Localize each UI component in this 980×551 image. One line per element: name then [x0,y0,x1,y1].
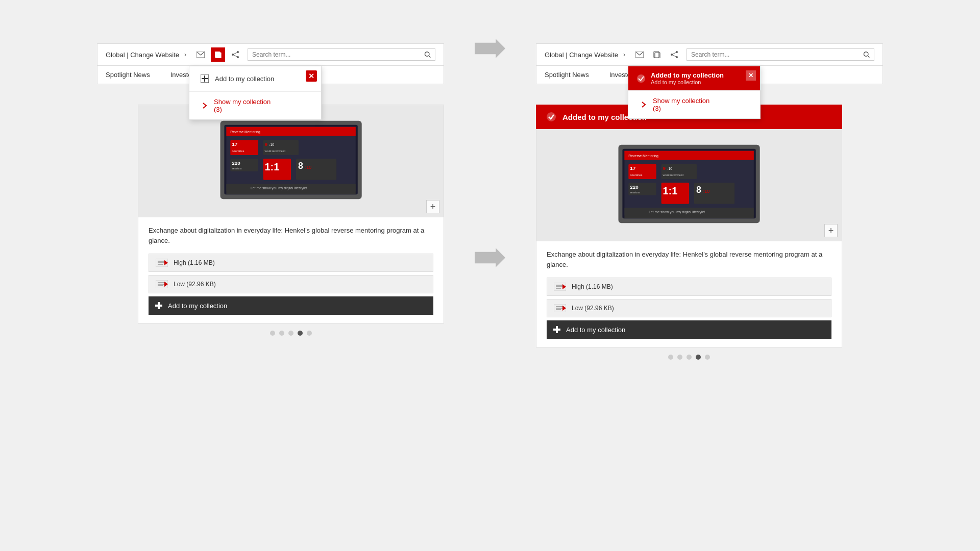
svg-text:Reverse Mentoring: Reverse Mentoring [230,130,260,134]
pagination-before [138,331,444,336]
dropdown-before: ✕ Add to my collection Show my collectio… [189,66,322,120]
download-high-label-before: High (1.16 MB) [174,259,215,266]
email-icon-after[interactable] [632,47,647,62]
download-low-btn-before[interactable]: Low (92.96 KB) [149,275,433,293]
laptop-image-before: Reverse Mentoring 17 countries 9 :10 wou… [138,105,444,217]
download-high-btn-after[interactable]: High (1.16 MB) [547,278,831,296]
nav-search-before[interactable] [248,48,435,61]
content-area: Global | Change Website › [82,33,898,518]
dot-5-after [705,355,710,360]
svg-point-60 [547,112,556,121]
card-body-before: Exchange about digitalization in everyda… [138,217,444,323]
svg-line-7 [233,55,238,57]
email-icon[interactable] [193,47,208,62]
dot-4-before [298,331,303,336]
card-scenario-before: Reverse Mentoring 17 countries 9 :10 wou… [138,105,444,336]
svg-text:1:1: 1:1 [265,161,280,172]
svg-text:17: 17 [232,141,237,147]
dot-4-after [696,355,701,360]
share-icon[interactable] [228,47,242,62]
forward-arrow-top [475,38,505,59]
add-collection-icon-before [155,302,163,310]
pagination-after [536,355,842,360]
svg-text:9: 9 [265,141,268,147]
top-row: Global | Change Website › [82,33,898,84]
media-card-before: Reverse Mentoring 17 countries 9 :10 wou… [138,105,444,323]
card-image-before: Reverse Mentoring 17 countries 9 :10 wou… [138,105,444,217]
show-collection-after[interactable]: Show my collection (3) [628,90,760,118]
svg-text:8: 8 [298,161,303,171]
card-plus-btn-after[interactable]: + [824,224,838,237]
card-body-after: Exchange about digitalization in everyda… [536,241,842,347]
card-plus-btn-before[interactable]: + [426,200,439,213]
add-sub-label-nav: Add to my collection [651,79,724,85]
svg-line-6 [233,52,238,55]
nav-search-after[interactable] [687,48,874,61]
card-image-after: Reverse Mentoring 17 countries 9 :10 wou… [536,129,842,241]
svg-line-9 [429,56,430,57]
nav-website-label-after: Global | Change Website [545,51,618,59]
svg-point-8 [425,52,429,57]
show-collection-label: Show my collection (3) [214,98,271,113]
svg-text:would recommend: would recommend [663,174,684,177]
download-low-icon [155,280,168,289]
search-input-before[interactable] [252,51,421,58]
add-to-collection-btn-after[interactable]: Add to my collection [547,320,831,339]
share-icon-after[interactable] [667,47,681,62]
download-low-btn-after[interactable]: Low (92.96 KB) [547,299,831,317]
download-low-label-before: Low (92.96 KB) [174,281,216,288]
svg-text:countries: countries [232,149,244,153]
add-to-collection-option[interactable]: Add to my collection [189,66,321,91]
dot-1-after [668,355,673,360]
nav-scenario-before: Global | Change Website › [97,43,444,84]
svg-text:Reverse Mentoring: Reverse Mentoring [628,154,658,158]
nav-arrow-icon: › [184,51,186,58]
banner-close-nav[interactable]: ✕ [746,70,756,81]
dot-5-before [307,331,312,336]
tab-spotlight-after[interactable]: Spotlight News [545,71,589,79]
laptop-image-after: Reverse Mentoring 17 countries 9 :10 wou… [536,129,842,241]
chevron-right-icon [200,101,210,111]
svg-rect-11 [202,78,208,79]
svg-text:would recommend: would recommend [265,150,286,153]
add-to-collection-label: Add to my collection [215,75,274,83]
forward-arrow-bottom [475,247,505,268]
nav-icons [193,47,242,62]
svg-text:Let me show you my digital lif: Let me show you my digital lifestyle! [251,186,307,190]
nav-icons-after [632,47,681,62]
checkmark-icon-card [546,112,556,122]
svg-line-21 [672,55,677,57]
add-to-collection-btn-before[interactable]: Add to my collection [149,296,433,315]
svg-text::10: :10 [667,167,672,170]
add-collection-icon-after [553,325,561,334]
card-arrow-between [475,247,505,268]
svg-point-24 [637,74,645,83]
download-high-label-after: High (1.16 MB) [572,283,613,290]
add-collection-label-before: Add to my collection [168,302,227,310]
download-high-btn-before[interactable]: High (1.16 MB) [149,254,433,272]
nav-arrow-icon-after: › [623,51,625,58]
card-description-after: Exchange about digitalization in everyda… [547,249,831,269]
svg-text::10: :10 [703,189,709,194]
svg-text:220: 220 [232,160,240,166]
dot-3-after [687,355,692,360]
download-high-icon-after [553,282,567,291]
dropdown-after: Added to my collection Add to my collect… [628,66,761,119]
svg-text:8: 8 [696,185,701,195]
svg-marker-59 [475,248,505,267]
chevron-right-icon-after [639,99,649,110]
tab-spotlight-before[interactable]: Spotlight News [106,71,150,79]
added-banner-nav: Added to my collection Add to my collect… [628,66,760,90]
checkmark-icon-nav [636,74,646,83]
dropdown-close-before[interactable]: ✕ [306,70,317,82]
svg-line-20 [672,52,677,55]
add-collection-label-after: Add to my collection [566,326,625,334]
svg-text:220: 220 [630,184,639,190]
collection-icon-after[interactable] [650,47,664,62]
collection-icon-before[interactable] [211,47,225,62]
svg-text:Let me show you my digital lif: Let me show you my digital lifestyle! [649,210,705,214]
search-input-after[interactable] [691,51,860,58]
card-scenario-after: Added to my collection Reverse Mentoring [536,105,842,360]
media-card-after: Reverse Mentoring 17 countries 9 :10 wou… [536,129,842,347]
show-collection-option[interactable]: Show my collection (3) [189,91,321,119]
